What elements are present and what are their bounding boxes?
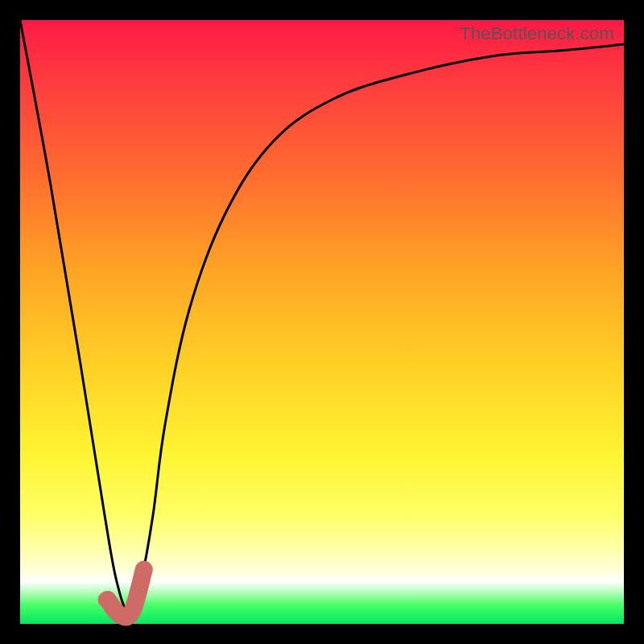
highlight-dot bbox=[98, 592, 114, 608]
highlight-marker bbox=[108, 570, 144, 617]
chart-frame: TheBottleneck.com bbox=[0, 0, 644, 644]
curve-layer bbox=[20, 20, 624, 624]
plot-area: TheBottleneck.com bbox=[20, 20, 624, 624]
bottleneck-curve bbox=[20, 20, 624, 612]
